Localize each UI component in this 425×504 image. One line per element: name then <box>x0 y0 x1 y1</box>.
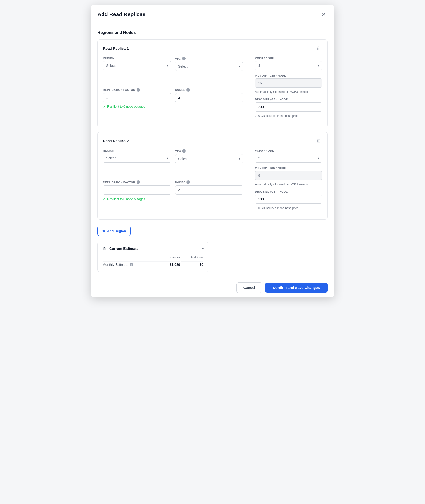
replica1-resilience-msg: ✓ Resilient to 0 node outages <box>103 105 171 109</box>
replica1-disk-input[interactable]: 200 <box>255 102 322 112</box>
replica1-region-label: REGION <box>103 57 171 60</box>
vpc2-info-icon: i <box>182 149 186 153</box>
trash-icon: 🗑 <box>317 46 321 51</box>
replica1-region-group: REGION Select... ▾ <box>103 57 171 84</box>
section-title-regions: Regions and Nodes <box>97 30 328 35</box>
replica2-left: REGION Select... ▾ VPC i <box>103 149 249 214</box>
vpc-info-icon: i <box>182 57 186 60</box>
replica2-delete-button[interactable]: 🗑 <box>316 137 322 144</box>
replica2-replication-input[interactable]: 1 <box>103 185 171 195</box>
replication-info-icon: i <box>137 88 140 92</box>
replica2-vpc-select[interactable]: Select... <box>175 154 243 163</box>
replica2-replication-group: REPLICATION FACTOR i 1 ✓ Resilient to 0 … <box>103 180 171 214</box>
replica1-replication-group: REPLICATION FACTOR i 1 ✓ Resilient to 0 … <box>103 88 171 122</box>
replica2-vcpu-label: vCPU / NODE <box>255 149 322 152</box>
replica1-nodes-label: NODES i <box>175 88 243 92</box>
replica1-region-select[interactable]: Select... <box>103 61 171 70</box>
chevron-down-icon-estimate: ▾ <box>202 246 204 251</box>
add-region-label: Add Region <box>107 229 126 233</box>
plus-icon: ⊕ <box>102 229 105 233</box>
replica1-title: Read Replica 1 <box>103 46 129 50</box>
monthly-estimate-row: Monthly Estimate i $1,080 $0 <box>103 261 203 267</box>
replica1-nodes-input[interactable]: 3 <box>175 93 243 102</box>
replica2-region-label: REGION <box>103 149 171 152</box>
estimate-title: Current Estimate <box>109 246 138 251</box>
nodes2-info-icon: i <box>186 180 190 184</box>
replica1-memory-group: MEMORY (GB) / NODE 16 Automatically allo… <box>255 74 322 94</box>
replica2-nodes-input[interactable]: 2 <box>175 185 243 195</box>
replica-card-2: Read Replica 2 🗑 REGION Select... ▾ <box>97 132 328 220</box>
replica1-memory-label: MEMORY (GB) / NODE <box>255 74 322 77</box>
confirm-save-button[interactable]: Confirm and Save Changes <box>265 283 328 293</box>
monthly-info-icon: i <box>130 263 133 266</box>
check-icon: ✓ <box>103 105 106 109</box>
monthly-label: Monthly Estimate i <box>103 261 158 267</box>
replica1-vpc-label: VPC i <box>175 57 243 60</box>
replica2-disk-input[interactable]: 100 <box>255 195 322 204</box>
replica-card-1: Read Replica 1 🗑 REGION Select... ▾ <box>97 39 328 127</box>
replica2-region-select[interactable]: Select... <box>103 154 171 163</box>
monthly-additional-value: $0 <box>181 261 203 267</box>
replica2-disk-helper: 100 GB included in the base price <box>255 206 322 210</box>
replica1-region-wrapper: Select... ▾ <box>103 61 171 70</box>
trash-icon-2: 🗑 <box>317 138 321 143</box>
replication2-info-icon: i <box>137 180 140 184</box>
replica1-vcpu-wrapper: 4 ▾ <box>255 61 322 70</box>
replica1-memory-helper: Automatically allocated per vCPU selecti… <box>255 90 322 94</box>
modal-body: Regions and Nodes Read Replica 1 🗑 REGIO… <box>91 23 334 278</box>
replica2-nodes-label: NODES i <box>175 180 243 184</box>
replica1-vcpu-select[interactable]: 4 <box>255 61 322 70</box>
replica2-vcpu-wrapper: 2 ▾ <box>255 154 322 163</box>
replica1-layout: REGION Select... ▾ VPC i <box>103 57 322 122</box>
cancel-button[interactable]: Cancel <box>236 282 262 293</box>
replica2-disk-label: DISK SIZE (GB) / NODE <box>255 190 322 193</box>
check-icon-2: ✓ <box>103 197 106 201</box>
replica1-delete-button[interactable]: 🗑 <box>316 45 322 52</box>
replica1-vpc-wrapper: Select... ▾ <box>175 62 243 71</box>
replica2-nodes-group: NODES i 2 <box>175 180 243 214</box>
replica1-vcpu-label: vCPU / NODE <box>255 57 322 60</box>
replica2-disk-group: DISK SIZE (GB) / NODE 100 100 GB include… <box>255 190 322 210</box>
modal: Add Read Replicas ✕ Regions and Nodes Re… <box>91 5 334 297</box>
estimate-table: Instances Additional Monthly Estimate i … <box>102 255 204 268</box>
replica2-replication-label: REPLICATION FACTOR i <box>103 180 171 184</box>
replica1-nodes-group: NODES i 3 <box>175 88 243 122</box>
replica1-vcpu-group: vCPU / NODE 4 ▾ <box>255 57 322 70</box>
replica2-vpc-group: VPC i Select... ▾ <box>175 149 243 177</box>
replica1-memory-input: 16 <box>255 78 322 88</box>
replica2-vcpu-group: vCPU / NODE 2 ▾ <box>255 149 322 163</box>
replica1-left: REGION Select... ▾ VPC i <box>103 57 249 122</box>
replica1-replication-input[interactable]: 1 <box>103 93 171 102</box>
estimate-section: 🖥 Current Estimate ▾ Instances Additiona… <box>97 242 328 278</box>
estimate-header-left: 🖥 Current Estimate <box>102 246 138 251</box>
estimate-card: 🖥 Current Estimate ▾ Instances Additiona… <box>97 242 208 272</box>
replica2-memory-input: 8 <box>255 171 322 180</box>
replica2-title: Read Replica 2 <box>103 139 129 143</box>
close-button[interactable]: ✕ <box>320 11 328 18</box>
replica2-header: Read Replica 2 🗑 <box>103 137 322 144</box>
estimate-body: Instances Additional Monthly Estimate i … <box>98 255 208 272</box>
replica2-region-group: REGION Select... ▾ <box>103 149 171 177</box>
replica1-disk-label: DISK SIZE (GB) / NODE <box>255 98 322 101</box>
replica2-memory-label: MEMORY (GB) / NODE <box>255 167 322 169</box>
replica2-vcpu-select[interactable]: 2 <box>255 154 322 163</box>
estimate-header[interactable]: 🖥 Current Estimate ▾ <box>98 242 208 255</box>
col-empty <box>103 256 158 261</box>
add-region-button[interactable]: ⊕ Add Region <box>97 226 131 236</box>
nodes-info-icon: i <box>186 88 190 92</box>
replica2-resilience-msg: ✓ Resilient to 0 node outages <box>103 197 171 201</box>
col-instances: Instances <box>158 256 180 261</box>
replica1-header: Read Replica 1 🗑 <box>103 45 322 52</box>
monitor-icon: 🖥 <box>102 246 107 251</box>
replica2-vpc-wrapper: Select... ▾ <box>175 154 243 163</box>
replica1-vpc-group: VPC i Select... ▾ <box>175 57 243 84</box>
replica2-layout: REGION Select... ▾ VPC i <box>103 149 322 214</box>
replica2-vpc-label: VPC i <box>175 149 243 153</box>
replica1-vpc-select[interactable]: Select... <box>175 62 243 71</box>
col-additional: Additional <box>181 256 203 261</box>
replica1-replication-label: REPLICATION FACTOR i <box>103 88 171 92</box>
modal-header: Add Read Replicas ✕ <box>91 5 334 23</box>
replica2-memory-helper: Automatically allocated per vCPU selecti… <box>255 182 322 187</box>
replica2-region-wrapper: Select... ▾ <box>103 154 171 163</box>
modal-title: Add Read Replicas <box>97 11 145 18</box>
